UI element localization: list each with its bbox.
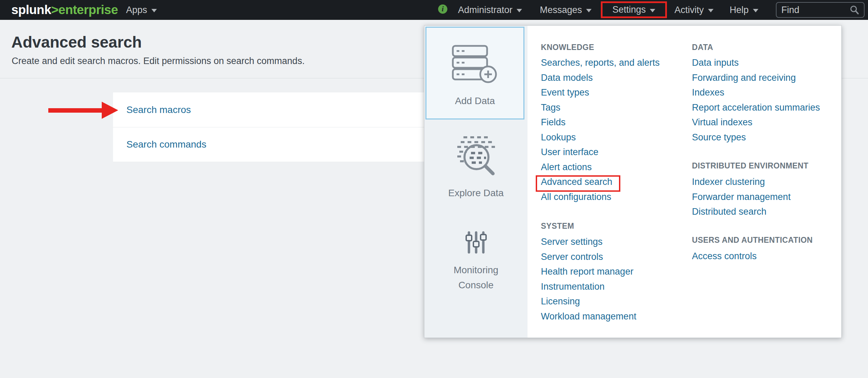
chevron-down-icon	[586, 9, 592, 12]
menu-link-user-interface[interactable]: User interface	[541, 145, 660, 160]
menu-link-instrumentation[interactable]: Instrumentation	[541, 279, 636, 294]
red-arrow-head	[102, 102, 118, 119]
menu-link-event-types[interactable]: Event types	[541, 85, 660, 100]
tile-explore-data-label: Explore Data	[424, 188, 528, 199]
menu-link-source-types[interactable]: Source types	[692, 130, 820, 145]
logo-product: enterprise	[58, 3, 118, 17]
page-subtitle: Create and edit search macros. Edit perm…	[12, 56, 305, 66]
menu-link-forwarding-and-receiving[interactable]: Forwarding and receiving	[692, 71, 820, 86]
logo-brand: splunk	[11, 3, 51, 17]
search-commands-link[interactable]: Search commands	[126, 139, 206, 150]
chevron-down-icon	[708, 9, 714, 12]
nav-activity[interactable]: Activity	[674, 0, 714, 20]
section-links-distributed-environment: Indexer clustering Forwarder management …	[692, 175, 791, 219]
find-search-input[interactable]	[781, 5, 850, 15]
menu-link-server-controls[interactable]: Server controls	[541, 250, 636, 265]
menu-link-data-models[interactable]: Data models	[541, 71, 660, 86]
menu-link-virtual-indexes[interactable]: Virtual indexes	[692, 115, 820, 130]
menu-link-tags[interactable]: Tags	[541, 100, 660, 115]
nav-messages-label: Messages	[540, 5, 582, 15]
search-macros-link[interactable]: Search macros	[126, 104, 191, 115]
red-arrow-shaft	[48, 108, 102, 113]
chevron-down-icon	[650, 9, 655, 12]
nav-settings[interactable]: Settings	[601, 1, 667, 18]
chevron-down-icon	[753, 9, 758, 12]
nav-apps-label: Apps	[126, 5, 147, 15]
section-heading-users-authentication: USERS AND AUTHENTICATION	[692, 235, 813, 245]
nav-administrator-label: Administrator	[458, 5, 512, 15]
section-links-users-authentication: Access controls	[692, 249, 757, 264]
page-title: Advanced search	[11, 33, 142, 51]
menu-link-data-inputs[interactable]: Data inputs	[692, 55, 820, 71]
tile-add-data-label: Add Data	[426, 96, 523, 106]
menu-link-indexes[interactable]: Indexes	[692, 85, 820, 100]
menu-link-workload-management[interactable]: Workload management	[541, 309, 636, 324]
menu-link-searches-reports-alerts[interactable]: Searches, reports, and alerts	[541, 55, 660, 71]
nav-administrator[interactable]: Administrator	[458, 0, 522, 20]
menu-link-advanced-search[interactable]: Advanced search	[541, 175, 660, 190]
menu-link-fields[interactable]: Fields	[541, 115, 660, 130]
menu-link-indexer-clustering[interactable]: Indexer clustering	[692, 175, 791, 190]
chevron-down-icon	[517, 9, 522, 12]
menu-link-licensing[interactable]: Licensing	[541, 294, 636, 309]
info-icon[interactable]: i	[438, 4, 447, 14]
menu-link-alert-actions[interactable]: Alert actions	[541, 160, 660, 175]
nav-messages[interactable]: Messages	[540, 0, 592, 20]
tile-add-data[interactable]: Add Data	[425, 27, 524, 119]
database-add-icon	[426, 45, 523, 83]
section-heading-system: SYSTEM	[541, 220, 574, 231]
settings-dropdown-menu: Add Data	[424, 25, 842, 338]
logo-separator: >	[51, 3, 58, 17]
tile-explore-data[interactable]: Explore Data	[424, 124, 528, 209]
section-links-system: Server settings Server controls Health r…	[541, 235, 636, 324]
section-heading-data: DATA	[692, 42, 713, 53]
top-navbar: splunk>enterprise Apps i Administrator M…	[0, 0, 868, 20]
splunk-logo[interactable]: splunk>enterprise	[11, 0, 118, 20]
menu-link-distributed-search[interactable]: Distributed search	[692, 204, 791, 219]
section-heading-distributed-environment: DISTRIBUTED ENVIRONMENT	[692, 160, 808, 171]
menu-link-lookups[interactable]: Lookups	[541, 130, 660, 145]
section-links-data: Data inputs Forwarding and receiving Ind…	[692, 55, 820, 145]
sliders-icon	[424, 231, 528, 254]
tile-monitoring-console-label: Monitoring Console	[438, 263, 514, 293]
section-heading-knowledge: KNOWLEDGE	[541, 42, 594, 53]
nav-activity-label: Activity	[674, 5, 704, 15]
menu-link-all-configurations[interactable]: All configurations	[541, 190, 660, 205]
nav-settings-label: Settings	[612, 4, 646, 15]
menu-link-access-controls[interactable]: Access controls	[692, 249, 757, 264]
nav-help-label: Help	[730, 5, 749, 15]
search-icon	[850, 5, 859, 15]
menu-link-server-settings[interactable]: Server settings	[541, 235, 636, 250]
chevron-down-icon	[151, 9, 157, 12]
explore-magnifier-icon	[424, 135, 528, 177]
nav-help[interactable]: Help	[730, 0, 758, 20]
menu-link-health-report-manager[interactable]: Health report manager	[541, 264, 636, 279]
find-search-box[interactable]	[776, 2, 865, 18]
menu-link-forwarder-management[interactable]: Forwarder management	[692, 190, 791, 205]
nav-apps[interactable]: Apps	[126, 0, 157, 20]
menu-link-report-acceleration-summaries[interactable]: Report acceleration summaries	[692, 100, 820, 115]
section-links-knowledge: Searches, reports, and alerts Data model…	[541, 55, 660, 204]
tile-monitoring-console[interactable]: Monitoring Console	[424, 216, 528, 312]
